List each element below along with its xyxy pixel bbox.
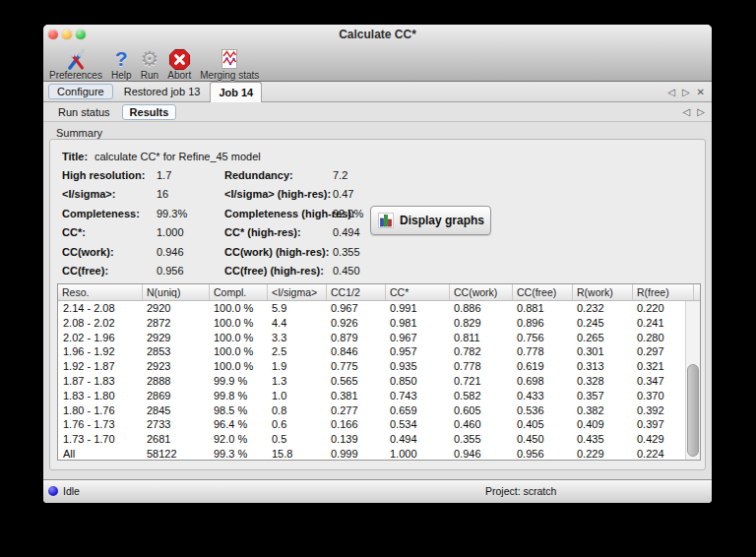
table-row[interactable]: 1.96 - 1.922853100.0 %2.50.8460.9570.782… (58, 344, 700, 359)
table-cell: 0.229 (572, 447, 632, 461)
table-cell: 0.381 (326, 389, 385, 403)
display-graphs-button[interactable]: Display graphs (370, 206, 491, 235)
merging-stats-button[interactable]: Merging stats (200, 47, 259, 81)
summary-label: CC(free) (high-res): (224, 265, 324, 277)
subtab-scroll-left-icon[interactable]: ◁ (683, 106, 691, 117)
column-header[interactable]: CC(free) (512, 284, 572, 300)
table-cell: 0.619 (512, 359, 572, 374)
table-cell: 2.08 - 2.02 (58, 316, 142, 331)
tab-scroll-right-icon[interactable]: ▷ (682, 87, 690, 97)
table-cell: 0.582 (449, 389, 512, 403)
column-header[interactable]: CC(work) (449, 284, 512, 300)
column-header[interactable]: N(uniq) (142, 284, 209, 300)
table-cell: 0.450 (512, 432, 572, 447)
table-cell: 0.5 (267, 432, 326, 447)
help-question-icon: ? (115, 47, 128, 71)
toolbar-label: Merging stats (200, 71, 259, 81)
abort-button[interactable]: Abort (167, 47, 191, 81)
table-row[interactable]: 2.14 - 2.082920100.0 %5.90.9670.9910.886… (58, 301, 700, 316)
column-header[interactable]: R(work) (572, 284, 632, 300)
preferences-tools-icon (64, 47, 88, 71)
scrollbar-thumb[interactable] (687, 364, 699, 457)
zoom-window-button[interactable] (76, 30, 86, 39)
table-cell: 0.429 (632, 432, 693, 447)
summary-label: Completeness: (62, 208, 140, 219)
column-header[interactable]: Reso. (58, 284, 142, 300)
column-header[interactable]: Compl. (209, 284, 267, 300)
table-row[interactable]: All5812299.3 %15.80.9991.0000.9460.9560.… (58, 447, 700, 461)
table-cell: 0.328 (572, 374, 632, 389)
summary-value: 0.47 (333, 188, 353, 200)
table-cell: 2929 (142, 331, 209, 345)
table-row[interactable]: 1.76 - 1.73273396.4 %0.60.1660.5340.4600… (58, 417, 700, 432)
summary-label: CC(free): (62, 265, 108, 277)
tab-restored-job-13[interactable]: Restored job 13 (116, 84, 209, 99)
table-cell: 1.87 - 1.83 (58, 374, 142, 389)
table-cell: 0.301 (572, 344, 632, 359)
table-cell: 2845 (142, 403, 209, 418)
summary-value: 0.494 (333, 226, 360, 238)
title-bar[interactable]: Calculate CC* (43, 25, 712, 44)
column-header[interactable]: R(free) (632, 284, 693, 300)
table-row[interactable]: 2.08 - 2.022872100.0 %4.40.9260.9810.829… (58, 316, 700, 331)
table-cell: 0.232 (572, 301, 632, 316)
subtab-scroll-right-icon[interactable]: ▷ (697, 106, 705, 117)
tab-job-14[interactable]: Job 14 (210, 82, 262, 102)
table-cell: 2869 (142, 389, 209, 403)
column-header[interactable]: <I/sigma> (267, 284, 326, 300)
table-cell: 0.846 (326, 344, 385, 359)
table-cell: 1.000 (385, 447, 449, 461)
table-cell: 2920 (142, 301, 209, 316)
table-cell: 0.879 (326, 331, 385, 345)
table-cell: 0.782 (449, 344, 512, 359)
table-row[interactable]: 1.83 - 1.80286999.8 %1.00.3810.7430.5820… (58, 389, 700, 403)
table-row[interactable]: 1.87 - 1.83288899.9 %1.30.5650.8500.7210… (58, 374, 700, 389)
table-cell: 99.9 % (209, 374, 267, 389)
run-button[interactable]: ⚙ Run (141, 47, 159, 81)
table-cell: 5.9 (267, 301, 326, 316)
preferences-button[interactable]: Preferences (49, 47, 102, 81)
tab-scroll-left-icon[interactable]: ◁ (667, 87, 675, 97)
table-cell: 2681 (142, 432, 209, 447)
table-cell: 0.8 (267, 403, 326, 418)
table-row[interactable]: 1.92 - 1.872923100.0 %1.90.7750.9350.778… (58, 359, 700, 374)
table-row[interactable]: 1.80 - 1.76284598.5 %0.80.2770.6590.6050… (58, 403, 700, 418)
table-cell: 1.92 - 1.87 (58, 359, 142, 374)
tab-close-icon[interactable]: ✕ (697, 87, 705, 97)
table-row[interactable]: 1.73 - 1.70268192.0 %0.50.1390.4940.3550… (58, 432, 700, 447)
table-cell: 0.778 (449, 359, 512, 374)
summary-label: <I/sigma>: (62, 188, 115, 200)
tab-configure[interactable]: Configure (48, 84, 113, 99)
status-text: Idle (63, 480, 80, 503)
merging-stats-graph-icon (219, 47, 240, 71)
table-vertical-scrollbar[interactable] (685, 301, 700, 460)
job-tab-bar: Configure Restored job 13 Job 14 ◁ ▷ ✕ (43, 82, 712, 102)
tab-results[interactable]: Results (122, 104, 177, 120)
table-cell: 0.433 (512, 389, 572, 403)
table-row[interactable]: 2.02 - 1.962929100.0 %3.30.8790.9670.811… (58, 331, 700, 345)
bar-chart-icon (378, 213, 394, 228)
table-cell: 92.0 % (209, 432, 267, 447)
table-cell: 2872 (142, 316, 209, 331)
tab-run-status[interactable]: Run status (51, 105, 117, 119)
column-header[interactable]: CC1/2 (326, 284, 385, 300)
help-button[interactable]: ? Help (111, 47, 132, 81)
column-header[interactable]: CC* (385, 284, 449, 300)
table-cell: 1.9 (267, 359, 326, 374)
toolbar: Preferences ? Help ⚙ Run Abort (49, 45, 259, 81)
close-window-button[interactable] (48, 30, 58, 39)
table-cell: 0.321 (632, 359, 693, 374)
table-cell: 0.139 (326, 432, 385, 447)
table-cell: 15.8 (267, 447, 326, 461)
table-cell: 0.565 (326, 374, 385, 389)
status-bar: Idle Project: scratch (43, 479, 712, 503)
summary-label: High resolution: (62, 169, 145, 181)
table-cell: 0.698 (512, 374, 572, 389)
app-window: Calculate CC* Preferences ? Help (43, 25, 712, 503)
table-cell: 0.370 (632, 389, 693, 403)
table-cell: 0.926 (326, 316, 385, 331)
table-cell: 1.3 (267, 374, 326, 389)
minimize-window-button[interactable] (62, 30, 72, 39)
table-cell: 0.967 (385, 331, 449, 345)
table-cell: 0.224 (632, 447, 693, 461)
